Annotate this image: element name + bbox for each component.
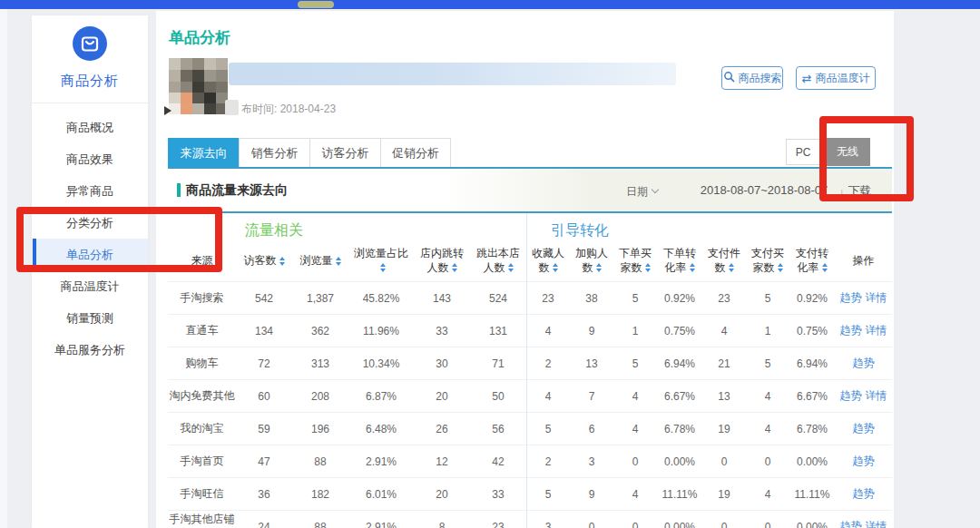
sidebar-brand[interactable]: 商品分析 [32, 15, 148, 90]
value-cell: 0 [570, 521, 613, 528]
source-cell: 购物车 [168, 356, 236, 371]
tab-0[interactable]: 来源去向 [168, 138, 239, 168]
actions-cell: 趋势详情 [835, 323, 892, 338]
value-cell: 6.94% [789, 357, 835, 370]
trend-link[interactable]: 趋势 [840, 520, 862, 528]
date-dropdown[interactable]: 日期 [626, 184, 658, 200]
actions-cell: 趋势详情 [835, 388, 892, 404]
value-cell: 13 [702, 390, 746, 403]
trend-link[interactable]: 趋势 [853, 455, 875, 467]
value-cell: 0.00% [789, 455, 835, 468]
actions-cell: 趋势详情 [835, 290, 892, 306]
column-header: 跳出本店人数 [470, 247, 526, 275]
detail-link[interactable]: 详情 [866, 324, 887, 337]
sort-icon[interactable] [452, 263, 457, 272]
trend-link[interactable]: 趋势 [853, 357, 875, 369]
column-header-label: 浏览量 [300, 254, 333, 267]
traffic-source-table: 流量相关 引导转化 来源 访客数 浏览量 浏览量占比 店内跳转人数 跳出本店人数… [168, 213, 892, 528]
value-cell: 0 [613, 521, 657, 528]
value-cell: 208 [292, 390, 348, 403]
sort-icon[interactable] [380, 263, 386, 272]
group-conversion-label: 引导转化 [551, 221, 609, 240]
value-cell: 23 [470, 521, 526, 528]
sort-icon[interactable] [729, 263, 734, 272]
sort-icon[interactable] [553, 263, 558, 272]
sidebar-item-1[interactable]: 商品效果 [32, 143, 148, 175]
play-icon [164, 106, 172, 115]
trend-link[interactable]: 趋势 [853, 487, 875, 500]
value-cell: 2.91% [348, 521, 414, 528]
sort-icon[interactable] [279, 257, 285, 266]
value-cell: 0 [746, 455, 789, 468]
value-cell: 8 [414, 521, 470, 528]
sort-icon[interactable] [778, 263, 783, 272]
column-header: 下单转化率 [657, 247, 702, 275]
value-cell: 6 [570, 423, 613, 435]
column-header-label: 支付件数 [708, 247, 740, 274]
sort-icon[interactable] [508, 263, 514, 272]
tab-label: 来源去向 [181, 146, 228, 160]
tab-3[interactable]: 促销分析 [380, 138, 451, 168]
sort-icon[interactable] [596, 263, 602, 272]
product-image-blur [169, 58, 228, 114]
value-cell: 0.92% [657, 292, 702, 305]
column-header: 支付转化率 [789, 247, 835, 275]
value-cell: 6.48% [348, 423, 414, 435]
sidebar-item-5[interactable]: 商品温度计 [32, 270, 148, 302]
sidebar-item-label: 销量预测 [66, 311, 113, 325]
actions-cell: 趋势 [835, 454, 892, 469]
sidebar-item-0[interactable]: 商品概况 [32, 112, 148, 143]
value-cell: 0 [746, 521, 789, 528]
tab-label: 销售分析 [251, 146, 299, 160]
sort-icon[interactable] [645, 263, 651, 272]
sidebar-item-6[interactable]: 销量预测 [32, 302, 148, 334]
value-cell: 20 [414, 390, 470, 403]
tab-label: 访客分析 [322, 146, 369, 160]
column-header-label: 跳出本店人数 [476, 247, 520, 274]
value-cell: 4 [613, 423, 657, 435]
table-row: 手淘搜索5421,38745.82%143524233850.92%2350.9… [168, 281, 892, 314]
value-cell: 2 [526, 455, 570, 468]
source-cell: 手淘旺信 [168, 486, 236, 502]
sidebar-item-label: 商品效果 [66, 152, 113, 166]
product-thermometer-button[interactable]: 商品温度计 [796, 66, 876, 90]
value-cell: 4 [613, 390, 657, 403]
column-header-label: 浏览量占比 [354, 247, 408, 259]
product-search-button[interactable]: 商品搜索 [721, 66, 783, 90]
sort-icon[interactable] [690, 263, 695, 272]
value-cell: 0 [613, 455, 657, 468]
date-range-value[interactable]: 2018-08-07~2018-08-07 [696, 183, 832, 197]
product-thermometer-label: 商品温度计 [815, 71, 869, 86]
sidebar-item-2[interactable]: 异常商品 [32, 175, 148, 207]
value-cell: 2.91% [348, 455, 414, 468]
trend-link[interactable]: 趋势 [853, 422, 875, 435]
trend-link[interactable]: 趋势 [840, 324, 862, 337]
actions-cell: 趋势 [835, 421, 892, 436]
column-header: 操作 [835, 254, 892, 269]
column-header: 支付买家数 [746, 247, 789, 275]
detail-link[interactable]: 详情 [866, 389, 887, 402]
value-cell: 21 [702, 357, 746, 370]
sidebar-brand-label: 商品分析 [32, 73, 148, 90]
sidebar-item-7[interactable]: 单品服务分析 [32, 334, 148, 366]
date-dropdown-label: 日期 [626, 185, 648, 198]
value-cell: 134 [236, 325, 292, 337]
detail-link[interactable]: 详情 [866, 520, 887, 528]
value-cell: 4 [746, 390, 789, 403]
value-cell: 11.11% [789, 488, 835, 501]
value-cell: 0.92% [789, 292, 835, 305]
value-cell: 1 [746, 325, 789, 337]
value-cell: 0 [702, 455, 746, 468]
value-cell: 13 [570, 357, 613, 370]
value-cell: 88 [292, 455, 348, 468]
tab-2[interactable]: 访客分析 [309, 138, 380, 168]
source-cell: 淘内免费其他 [168, 388, 236, 404]
sort-icon[interactable] [336, 257, 341, 266]
trend-link[interactable]: 趋势 [840, 291, 862, 304]
tab-1[interactable]: 销售分析 [239, 138, 309, 168]
sort-icon[interactable] [822, 263, 828, 272]
detail-link[interactable]: 详情 [866, 291, 887, 304]
value-cell: 196 [292, 423, 348, 435]
toggle-pc-button[interactable]: PC [786, 139, 820, 165]
trend-link[interactable]: 趋势 [840, 389, 862, 402]
